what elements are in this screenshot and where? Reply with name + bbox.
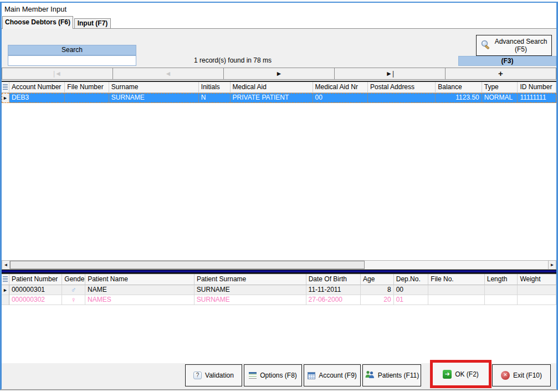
scrollbar-thumb[interactable]	[10, 261, 365, 269]
exit-button-label: Exit (F10)	[513, 372, 542, 379]
scroll-left-icon[interactable]: ◄	[2, 261, 10, 269]
debtor-grid: Account Number File Number Surname Initi…	[2, 81, 556, 260]
patient-grid: Patient Number Gender Patient Name Patie…	[2, 273, 556, 363]
cell-age[interactable]: 20	[361, 295, 394, 305]
nav-first-record-button[interactable]: |◄	[2, 68, 113, 80]
nav-previous-record-button[interactable]: ◄	[113, 68, 224, 80]
current-row-indicator: ►	[2, 93, 9, 103]
cell-weight[interactable]	[518, 295, 556, 305]
column-header-file-number[interactable]: File Number	[65, 82, 109, 93]
options-button-label: Options (F8)	[260, 372, 297, 379]
options-list-icon	[249, 372, 257, 379]
cell-patient-surname[interactable]: SURNAME	[194, 295, 306, 305]
cell-dep-no[interactable]: 01	[394, 295, 429, 305]
cell-medical-aid-nr[interactable]: 00	[313, 93, 368, 103]
cell-dep-no[interactable]: 00	[394, 285, 429, 295]
female-gender-icon: ♀	[62, 295, 85, 305]
tab-input[interactable]: Input (F7)	[74, 18, 111, 29]
patient-row[interactable]: 000000302 ♀ NAMES SURNAME 27-06-2000 20 …	[2, 295, 556, 305]
validation-button-label: Validation	[205, 372, 234, 379]
account-button-label: Account (F9)	[319, 372, 357, 379]
cell-file-number[interactable]	[65, 93, 109, 103]
cell-date-of-birth[interactable]: 27-06-2000	[306, 295, 361, 305]
cell-balance[interactable]: 1123.50	[436, 93, 482, 103]
scrollbar-track[interactable]	[365, 261, 548, 269]
account-table-icon	[308, 372, 315, 379]
column-header-surname[interactable]: Surname	[109, 82, 199, 93]
patients-people-icon	[365, 370, 375, 380]
nav-last-record-button[interactable]: ►|	[335, 68, 446, 80]
current-row-indicator: ►	[2, 285, 9, 295]
male-gender-icon: ♂	[62, 285, 85, 295]
column-header-weight[interactable]: Weight	[518, 274, 556, 285]
row-indicator	[2, 295, 9, 305]
cell-initials[interactable]: N	[199, 93, 231, 103]
f3-button[interactable]: (F3)	[458, 56, 556, 66]
column-header-dep-no[interactable]: Dep.No.	[394, 274, 429, 285]
cell-patient-surname[interactable]: SURNAME	[194, 285, 306, 295]
column-header-patient-surname[interactable]: Patient Surname	[194, 274, 306, 285]
grid-properties-icon[interactable]	[2, 274, 9, 285]
cell-weight[interactable]	[518, 285, 556, 295]
column-header-patient-number[interactable]: Patient Number	[9, 274, 62, 285]
cell-patient-number[interactable]: 000000301	[9, 285, 62, 295]
column-header-medical-aid[interactable]: Medical Aid	[231, 82, 313, 93]
column-header-gender[interactable]: Gender	[62, 274, 85, 285]
ok-button-label: OK (F2)	[455, 370, 479, 378]
account-button[interactable]: Account (F9)	[304, 364, 361, 386]
tab-choose-debtors[interactable]: Choose Debtors (F6)	[2, 16, 73, 29]
magnifier-icon	[480, 39, 491, 52]
column-header-age[interactable]: Age	[361, 274, 394, 285]
column-header-id-number[interactable]: ID Number	[518, 82, 556, 93]
cell-postal-address[interactable]	[368, 93, 436, 103]
window-title: Main Member Input	[4, 5, 66, 13]
cell-age[interactable]: 8	[361, 285, 394, 295]
cell-patient-name[interactable]: NAMES	[85, 295, 194, 305]
cell-patient-number[interactable]: 000000302	[9, 295, 62, 305]
cell-date-of-birth[interactable]: 11-11-2011	[306, 285, 361, 295]
options-button[interactable]: Options (F8)	[244, 364, 302, 386]
patients-button[interactable]: Patients (F11)	[362, 364, 421, 386]
column-header-file-no[interactable]: File No.	[428, 274, 484, 285]
search-results-status: 1 record(s) found in 78 ms	[161, 56, 305, 64]
cell-surname[interactable]: SURNAME	[109, 93, 199, 103]
patient-row-current[interactable]: ► 000000301 ♂ NAME SURNAME 11-11-2011 8 …	[2, 285, 556, 295]
horizontal-scrollbar[interactable]: ◄ ►	[2, 260, 556, 270]
advanced-search-button[interactable]: Advanced Search (F5)	[476, 35, 552, 56]
validation-button[interactable]: ? Validation	[185, 364, 242, 386]
cell-length[interactable]	[485, 295, 518, 305]
search-input[interactable]	[8, 55, 136, 66]
cell-type[interactable]: NORMAL	[482, 93, 518, 103]
green-arrow-icon: ➜	[443, 370, 452, 379]
red-cross-icon: ✕	[501, 371, 510, 380]
column-header-postal-address[interactable]: Postal Address	[368, 82, 436, 93]
cell-file-no[interactable]	[428, 285, 484, 295]
column-header-patient-name[interactable]: Patient Name	[85, 274, 194, 285]
column-header-account-number[interactable]: Account Number	[9, 82, 65, 93]
column-header-balance[interactable]: Balance	[436, 82, 482, 93]
column-header-type[interactable]: Type	[482, 82, 518, 93]
ok-button[interactable]: ➜ OK (F2)	[433, 363, 489, 385]
advanced-search-label: Advanced Search (F5)	[494, 38, 548, 53]
scroll-right-icon[interactable]: ►	[548, 261, 556, 269]
column-header-length[interactable]: Length	[485, 274, 518, 285]
cell-medical-aid[interactable]: PRIVATE PATIENT	[231, 93, 313, 103]
debtor-row-selected[interactable]: ► DEB3 SURNAME N PRIVATE PATIENT 00 1123…	[2, 93, 556, 103]
nav-add-record-button[interactable]: +	[446, 68, 556, 80]
nav-next-record-button[interactable]: ►	[224, 68, 335, 80]
record-navigator: |◄ ◄ ► ►| +	[2, 68, 556, 80]
cell-account-number[interactable]: DEB3	[9, 93, 65, 103]
cell-length[interactable]	[485, 285, 518, 295]
debtor-grid-header: Account Number File Number Surname Initi…	[2, 82, 556, 93]
column-header-date-of-birth[interactable]: Date Of Birth	[306, 274, 361, 285]
cell-patient-name[interactable]: NAME	[85, 285, 194, 295]
cell-id-number[interactable]: 11111111	[518, 93, 556, 103]
patients-button-label: Patients (F11)	[378, 372, 419, 379]
search-button[interactable]: Search	[8, 45, 136, 55]
grid-properties-icon[interactable]	[2, 82, 9, 93]
exit-button[interactable]: ✕ Exit (F10)	[492, 364, 551, 386]
patient-grid-header: Patient Number Gender Patient Name Patie…	[2, 274, 556, 285]
column-header-initials[interactable]: Initials	[199, 82, 231, 93]
cell-file-no[interactable]	[428, 295, 484, 305]
column-header-medical-aid-nr[interactable]: Medical Aid Nr	[313, 82, 368, 93]
